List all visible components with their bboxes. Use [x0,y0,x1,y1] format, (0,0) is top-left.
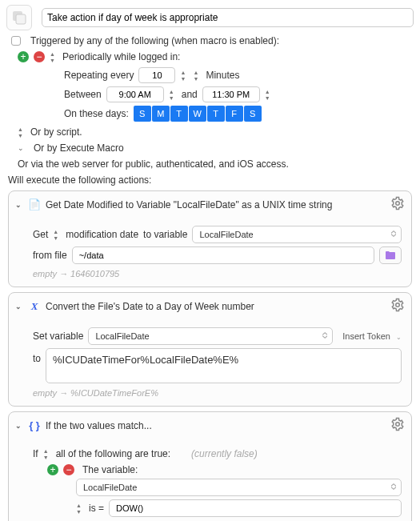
trigger-mode-label: Periodically while logged in: [62,51,180,62]
repeat-unit-label: Minutes [206,70,239,81]
variable-x-icon: X [28,300,41,313]
day-thu[interactable]: T [207,106,225,122]
all-of-label: all of the following are true: [56,448,170,459]
get-type-label: modification date [66,229,138,240]
day-mon[interactable]: M [152,106,170,122]
add-condition-button[interactable]: + [47,464,58,475]
action1-title: Get Date Modified to Variable "LocalFile… [46,199,332,210]
action1-gear-button[interactable] [390,196,405,213]
to-label: to [33,348,41,364]
braces-icon: { } [28,419,41,432]
action1-disclosure[interactable]: ⌄ [15,201,23,209]
action2-disclosure[interactable]: ⌄ [15,303,23,311]
set-var-label: Set variable [33,331,83,342]
between-label: Between [64,89,102,100]
currently-false-label: (currently false) [191,448,258,459]
action3-disclosure[interactable]: ⌄ [15,422,23,430]
repeat-unit-stepper[interactable] [193,68,201,82]
action3-title: If the two values match... [46,420,152,431]
or-by-script-label: Or by script. [30,126,82,138]
compare-value-input[interactable] [109,499,402,517]
svg-point-4 [396,423,400,427]
days-label: On these days: [64,108,129,119]
is-equal-label: is = [89,503,104,514]
repeating-label: Repeating every [64,70,134,81]
action2-hint: empty → %ICUDateTimeForE% [33,388,402,398]
day-sun[interactable]: S [134,106,151,122]
or-by-execute-disclosure[interactable]: ⌄ [18,144,26,152]
action-convert-date: ⌄ X Convert the File's Date to a Day of … [8,292,412,407]
trigger-mode-stepper[interactable] [50,50,58,64]
action3-gear-button[interactable] [390,417,405,434]
or-via-web-label: Or via the web server for public, authen… [18,158,414,170]
between-start-input[interactable] [106,86,164,102]
day-tue[interactable]: T [170,106,188,122]
file-icon: 📄 [28,198,41,211]
or-by-script-stepper[interactable] [18,125,26,139]
days-selector[interactable]: S M T W T F S [134,106,262,122]
add-trigger-button[interactable]: + [18,51,29,62]
to-variable-label: to variable [143,229,187,240]
remove-condition-button[interactable]: − [63,464,74,475]
between-start-stepper[interactable] [169,87,177,102]
remove-trigger-button[interactable]: − [34,51,45,62]
variable-select-1[interactable]: LocalFileDate [192,226,402,243]
get-label: Get [33,229,48,240]
condition-variable-select[interactable]: LocalFileDate [76,479,402,496]
and-label: and [182,89,198,100]
insert-token-link[interactable]: Insert Token ⌄ [342,331,402,341]
svg-rect-1 [16,14,26,24]
choose-file-button[interactable] [379,246,402,264]
repeat-value-input[interactable] [138,67,175,83]
action-if-match: ⌄ { } If the two values match... If all … [8,411,412,521]
svg-point-3 [396,303,400,307]
macro-icon [6,5,32,30]
get-type-stepper[interactable] [53,227,61,242]
variable-select-2[interactable]: LocalFileDate [88,327,333,345]
if-any-all-stepper[interactable] [43,447,51,461]
comparison-stepper[interactable] [76,501,84,515]
svg-point-2 [396,202,400,206]
day-sat[interactable]: S [244,106,262,122]
enabled-checkbox[interactable] [11,36,21,46]
macro-title-input[interactable] [42,8,414,27]
repeat-value-stepper[interactable] [180,68,188,82]
action2-gear-button[interactable] [390,298,405,315]
the-variable-label: The variable: [82,464,138,475]
expression-input[interactable]: %ICUDateTimeFor%LocalFileDate%E% [46,348,402,383]
between-end-input[interactable] [202,86,260,102]
or-by-execute-label: Or by Execute Macro [34,142,124,154]
day-fri[interactable]: F [226,106,243,122]
day-wed[interactable]: W [189,106,206,122]
action2-title: Convert the File's Date to a Day of Week… [46,301,254,312]
if-label: If [33,448,38,459]
action1-hint: empty → 1646010795 [33,269,402,279]
file-path-input[interactable] [72,246,374,264]
will-execute-label: Will execute the following actions: [8,174,414,186]
between-end-stepper[interactable] [265,87,273,102]
from-file-label: from file [33,250,67,261]
enabled-label: Triggered by any of the following (when … [30,35,279,46]
action-get-date: ⌄ 📄 Get Date Modified to Variable "Local… [8,190,412,287]
